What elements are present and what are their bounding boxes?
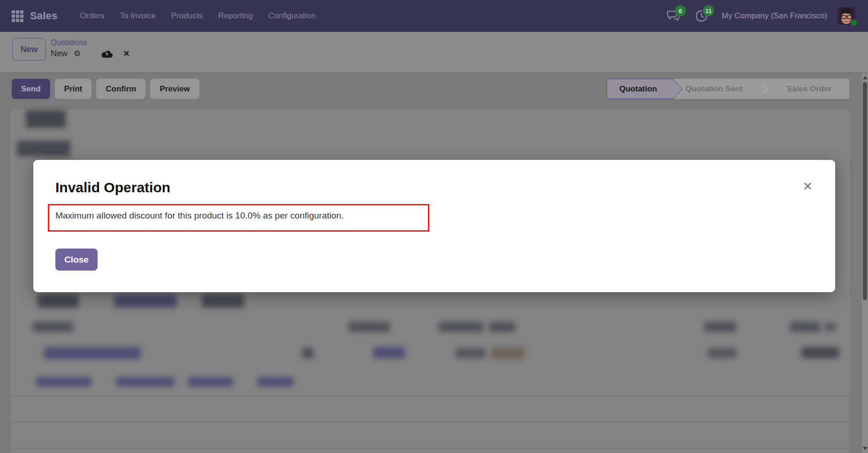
menu-to-invoice[interactable]: To Invoice bbox=[120, 11, 156, 21]
blurred-cell-price bbox=[708, 348, 736, 358]
statusbar-arrow bbox=[664, 79, 683, 98]
statusbar-step-sales-order[interactable]: Sales Order bbox=[769, 84, 849, 94]
blurred-link-add-section bbox=[116, 377, 175, 386]
menu-configuration[interactable]: Configuration bbox=[268, 11, 316, 21]
discard-icon[interactable]: ✕ bbox=[123, 49, 129, 59]
print-button[interactable]: Print bbox=[55, 79, 92, 99]
blurred-column-header bbox=[790, 322, 820, 332]
online-status-dot bbox=[850, 19, 858, 27]
menu-orders[interactable]: Orders bbox=[80, 11, 105, 21]
send-button[interactable]: Send bbox=[12, 79, 50, 99]
scroll-down-arrow-icon[interactable] bbox=[863, 447, 868, 450]
blurred-column-header bbox=[33, 322, 73, 332]
statusbar-step-quotation[interactable]: Quotation bbox=[607, 79, 674, 99]
blurred-cell-product bbox=[44, 347, 141, 359]
close-button[interactable]: Close bbox=[55, 249, 98, 271]
scroll-up-arrow-icon[interactable] bbox=[863, 76, 868, 79]
navbar-right: 6 11 My Company (San Francisco) bbox=[652, 7, 855, 25]
order-lines-empty-rows bbox=[10, 395, 849, 453]
blurred-form-title bbox=[26, 110, 66, 128]
blurred-column-header bbox=[704, 322, 736, 332]
scrollbar-thumb[interactable] bbox=[863, 82, 867, 300]
blurred-link-add-product bbox=[36, 377, 91, 386]
blurred-cell-amount bbox=[801, 347, 839, 358]
apps-grid-icon[interactable] bbox=[12, 10, 23, 22]
form-action-buttons: Send Print Confirm Preview bbox=[12, 79, 199, 99]
company-switcher[interactable]: My Company (San Francisco) bbox=[722, 11, 827, 21]
empty-table-row bbox=[11, 396, 849, 422]
menu-products[interactable]: Products bbox=[171, 11, 203, 21]
blurred-tax-tag bbox=[491, 347, 525, 359]
blurred-tab bbox=[202, 294, 244, 308]
blurred-field-label bbox=[17, 141, 70, 157]
breadcrumb-quotations-link[interactable]: Quotations bbox=[51, 38, 130, 47]
save-cloud-icon[interactable] bbox=[101, 50, 113, 58]
gear-icon[interactable]: ⚙ bbox=[74, 49, 81, 59]
preview-button[interactable]: Preview bbox=[150, 79, 199, 99]
invalid-operation-dialog: Invalid Operation ✕ Maximum allowed disc… bbox=[33, 160, 835, 292]
menu-reporting[interactable]: Reporting bbox=[218, 11, 253, 21]
control-panel: New Quotations New ⚙ ✕ bbox=[0, 32, 868, 73]
blurred-column-header bbox=[349, 322, 390, 332]
user-avatar[interactable] bbox=[838, 7, 855, 25]
blurred-tab-order-lines bbox=[38, 294, 79, 308]
error-message-highlight-box: Maximum allowed discount for this produc… bbox=[48, 204, 429, 232]
breadcrumb-current: New bbox=[51, 48, 68, 59]
confirm-button[interactable]: Confirm bbox=[96, 79, 145, 99]
blurred-cell-delivered bbox=[456, 348, 486, 358]
messages-badge: 6 bbox=[675, 5, 686, 16]
breadcrumb: Quotations New ⚙ ✕ bbox=[51, 38, 130, 59]
blurred-column-header bbox=[489, 322, 515, 332]
blurred-link-add-note bbox=[188, 377, 233, 386]
vertical-scrollbar[interactable] bbox=[861, 73, 868, 453]
error-message: Maximum allowed discount for this produc… bbox=[55, 210, 421, 221]
statusbar: Quotation Quotation Sent Sales Order bbox=[607, 79, 849, 99]
messages-button[interactable]: 6 bbox=[666, 8, 680, 24]
blurred-link-catalog bbox=[258, 377, 293, 386]
blurred-cell-quantity bbox=[373, 347, 405, 358]
activities-badge: 11 bbox=[703, 5, 714, 16]
close-icon[interactable]: ✕ bbox=[803, 181, 813, 192]
statusbar-step-quotation-sent[interactable]: Quotation Sent bbox=[674, 84, 754, 94]
new-record-button[interactable]: New bbox=[12, 38, 46, 60]
blurred-cell-icon bbox=[302, 348, 313, 358]
blurred-column-header bbox=[439, 322, 483, 332]
odoo-sales-app: Sales Orders To Invoice Products Reporti… bbox=[0, 0, 868, 453]
app-brand-sales[interactable]: Sales bbox=[30, 10, 58, 22]
top-navbar: Sales Orders To Invoice Products Reporti… bbox=[0, 0, 868, 32]
activities-button[interactable]: 11 bbox=[694, 8, 708, 24]
main-menu: Orders To Invoice Products Reporting Con… bbox=[80, 11, 316, 21]
blurred-tab bbox=[114, 294, 177, 308]
chevron-right-icon bbox=[757, 83, 768, 94]
dialog-title: Invalid Operation bbox=[55, 180, 170, 196]
blurred-sort-icon bbox=[824, 323, 836, 331]
empty-table-row bbox=[11, 422, 849, 448]
